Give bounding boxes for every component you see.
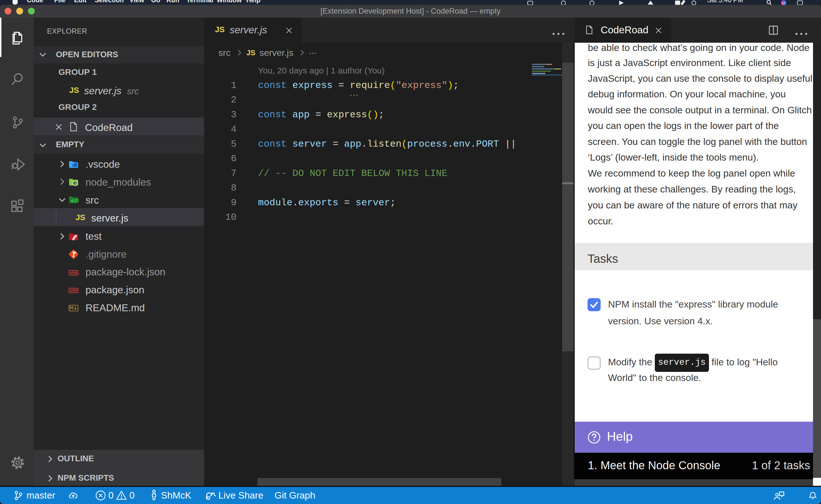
svg-text:</>: </>	[71, 198, 79, 204]
svg-text:JS: JS	[74, 182, 78, 185]
